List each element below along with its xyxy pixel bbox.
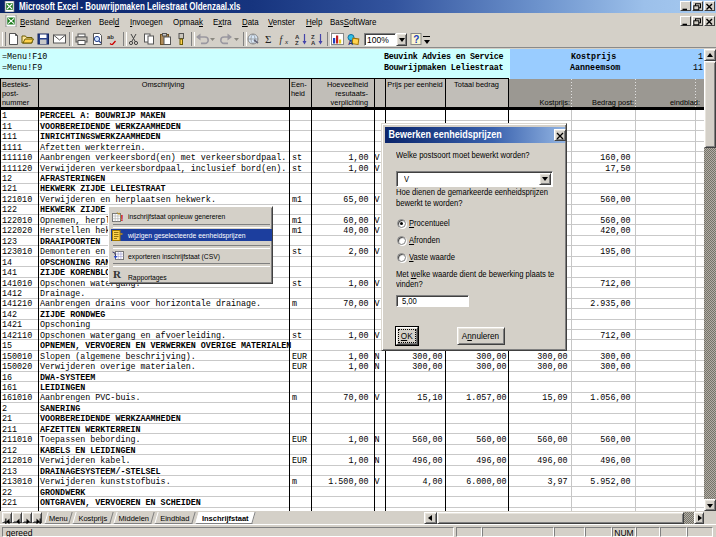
svg-text:ab: ab: [107, 34, 114, 40]
svg-text:A: A: [348, 39, 353, 46]
svg-text:f: f: [280, 35, 284, 45]
svg-text:Z: Z: [295, 40, 299, 46]
svg-text:Σ: Σ: [265, 33, 271, 45]
svg-text:!: !: [121, 213, 124, 223]
svg-text:x: x: [284, 38, 289, 46]
svg-text:A: A: [311, 40, 316, 46]
svg-text:?: ?: [413, 34, 419, 45]
